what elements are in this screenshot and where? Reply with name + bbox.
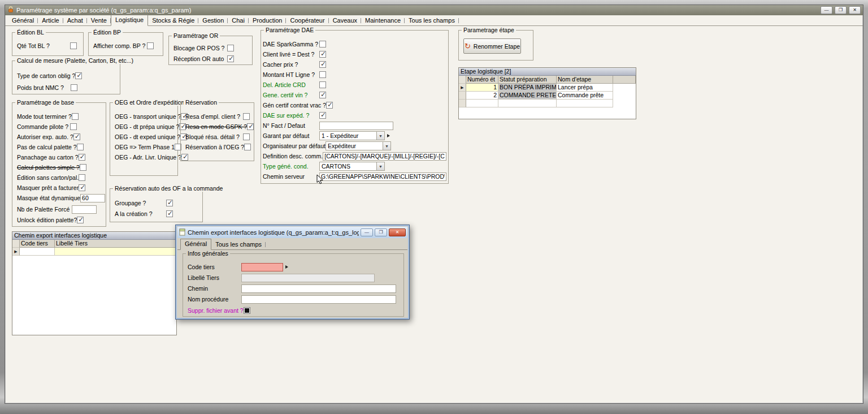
checkbox-gen-certif-contrat-vrac[interactable] (326, 102, 333, 109)
code-tiers-input[interactable] (241, 263, 283, 271)
cell-nom[interactable] (557, 100, 613, 107)
checkbox-autoriser-exp-auto[interactable] (73, 133, 80, 140)
checkbox-blocage-or-pos[interactable] (227, 45, 234, 51)
tab-article[interactable]: Article (38, 16, 63, 25)
dialog-close-button[interactable]: ✕ (389, 228, 406, 236)
option-row: DAE sur expéd. ? (263, 111, 446, 120)
restore-button[interactable]: ❐ (835, 6, 847, 14)
checkbox-cacher-prix[interactable] (319, 61, 326, 68)
dialog-minimize-button[interactable]: — (361, 228, 373, 236)
tab-general[interactable]: Général (8, 16, 38, 25)
cell-numero[interactable]: 2 (466, 92, 498, 100)
cell-nom[interactable]: Lancer prépa (557, 84, 613, 92)
chemin-serveur-input[interactable] (319, 172, 446, 181)
dialog-restore-button[interactable]: ❐ (375, 228, 387, 236)
field-row: Nb de Palette Forcé (17, 205, 104, 214)
cell-statut[interactable]: COMMANDE PRETE (498, 92, 557, 100)
table-row: 2 COMMANDE PRETE Commande prête (459, 92, 636, 100)
checkbox-client-livre-dest[interactable] (319, 51, 326, 58)
checkbox-panachage-carton[interactable] (79, 154, 85, 161)
tab-tous-les-champs[interactable]: Tous les champs (405, 16, 459, 25)
option-row: Type de carton oblig ? (17, 71, 118, 80)
checkbox-calcul-palettes-simple[interactable] (80, 164, 86, 171)
tab-stocks-regie[interactable]: Stocks & Régie (148, 16, 198, 25)
option-row: Unlock édition palette? (17, 215, 104, 225)
nb-palette-force-input[interactable] (72, 205, 97, 214)
checkbox-a-la-creation[interactable] (166, 210, 173, 217)
organisateur-defaut-select[interactable]: Expéditeur▼ (326, 141, 391, 150)
checkbox-afficher-comp-bp[interactable] (147, 42, 154, 49)
tab-maintenance[interactable]: Maintenance (361, 16, 405, 25)
option-row: Montant HT Ligne ? (263, 70, 446, 79)
checkbox-resa-empl-client[interactable] (243, 113, 250, 120)
minimize-button[interactable]: — (821, 6, 832, 14)
definition-desc-comm-input[interactable] (323, 152, 446, 161)
cell-libelle-tiers[interactable] (55, 248, 176, 256)
chemin-input[interactable] (241, 284, 396, 293)
checkbox-masquer-pret-facturer[interactable] (79, 184, 85, 191)
tab-chai[interactable]: Chai (228, 16, 249, 25)
app-titlebar[interactable]: Paramétrage système par société (q_gs_pa… (5, 5, 863, 15)
tab-vente[interactable]: Vente (87, 16, 111, 25)
tab-caveaux[interactable]: Caveaux (329, 16, 361, 25)
tab-logistique[interactable]: Logistique (111, 15, 148, 26)
cell-statut[interactable] (498, 100, 557, 107)
dialog-titlebar[interactable]: Chemin export interfaces logistique (q_g… (177, 227, 407, 238)
checkbox-dae-sparkgamma[interactable] (319, 41, 326, 48)
nom-procedure-input[interactable] (241, 295, 396, 304)
checkbox-bloque-resa-detail[interactable] (243, 133, 250, 140)
column-header-nom[interactable]: Nom d'etape (557, 76, 613, 84)
column-header-numero[interactable]: Numéro ét (466, 76, 498, 84)
column-header-statut[interactable]: Statut préparation (498, 76, 557, 84)
checkbox-mode-tout-terminer[interactable] (72, 113, 79, 120)
option-row: Bloqué résa. détail ? (185, 132, 252, 141)
checkbox-commande-pilote[interactable] (70, 123, 77, 130)
renommer-etape-button[interactable]: ↻ Renommer Etape (463, 38, 521, 54)
tab-production[interactable]: Production (249, 16, 287, 25)
column-header-code-tiers[interactable]: Code tiers (20, 240, 55, 248)
checkbox-montant-ht-ligne[interactable] (319, 71, 326, 78)
group-title: Réservation auto des OF a la commande (113, 185, 224, 192)
masque-etat-input[interactable] (80, 194, 105, 202)
checkbox-reception-or-auto[interactable] (227, 55, 234, 62)
field-row: Nom procédure (188, 295, 402, 304)
libelle-tiers-input[interactable] (241, 274, 375, 282)
tab-cooperateur[interactable]: Coopérateur (286, 16, 328, 25)
checkbox-gene-certif-vin[interactable] (319, 92, 326, 98)
checkbox-pas-calcul-palette[interactable] (77, 144, 84, 150)
tab-achat[interactable]: Achat (63, 16, 87, 25)
cell-nom[interactable]: Commande prête (557, 92, 613, 100)
type-gene-cond-select[interactable]: CARTONS▼ (319, 162, 385, 171)
field-label: Type géné. cond. (263, 163, 319, 170)
suppr-fichier-avant-checkbox[interactable] (244, 307, 250, 314)
checkbox-dae-sur-exped[interactable] (319, 112, 326, 119)
group-reservation: Réservation Resa d'empl. client ? Resa e… (180, 102, 254, 161)
cell-numero[interactable] (466, 100, 498, 107)
tab-gestion[interactable]: Gestion (198, 16, 228, 25)
checkbox-resa-mode-gspk[interactable] (247, 123, 254, 130)
checkbox-qte-tot-bl[interactable] (70, 42, 77, 49)
option-row: OEG - transport unique ? (115, 112, 176, 121)
cell-statut[interactable]: BON PRÉPA IMPRIMÉ (498, 84, 557, 92)
group-oeg: OEG et Ordre d'expédition Grou OEG - tra… (110, 102, 178, 176)
checkbox-poids-brut-nmc[interactable] (71, 84, 77, 91)
checkbox-unlock-edition-palette[interactable] (77, 217, 84, 223)
option-label: DAE SparkGamma ? (263, 41, 319, 48)
checkbox-groupage[interactable] (166, 200, 173, 206)
rename-icon: ↻ (465, 43, 471, 50)
close-button[interactable]: ✕ (849, 6, 861, 14)
checkbox-reservation-oeg[interactable] (244, 144, 251, 150)
dialog-tab-tous-les-champs[interactable]: Tous les champs (211, 240, 266, 249)
cell-code-tiers[interactable] (20, 248, 55, 256)
cell-numero[interactable]: 1 (466, 84, 498, 92)
dialog-tab-general[interactable]: Général (180, 239, 211, 250)
garant-defaut-select[interactable]: 1 - Expéditeur▼ (319, 131, 385, 140)
checkbox-edition-sans-carton[interactable] (79, 174, 85, 181)
num-fact-defaut-input[interactable] (319, 122, 393, 130)
checkbox-type-carton-oblig[interactable] (75, 72, 82, 79)
column-header-libelle-tiers[interactable]: Libellé Tiers (55, 240, 176, 248)
option-label: Gene. certif vin ? (263, 92, 319, 98)
checkbox-del-article-crd[interactable] (319, 81, 326, 88)
field-label: Definition desc. comm. (263, 153, 323, 159)
option-row: Afficher comp. BP ? (93, 41, 161, 50)
